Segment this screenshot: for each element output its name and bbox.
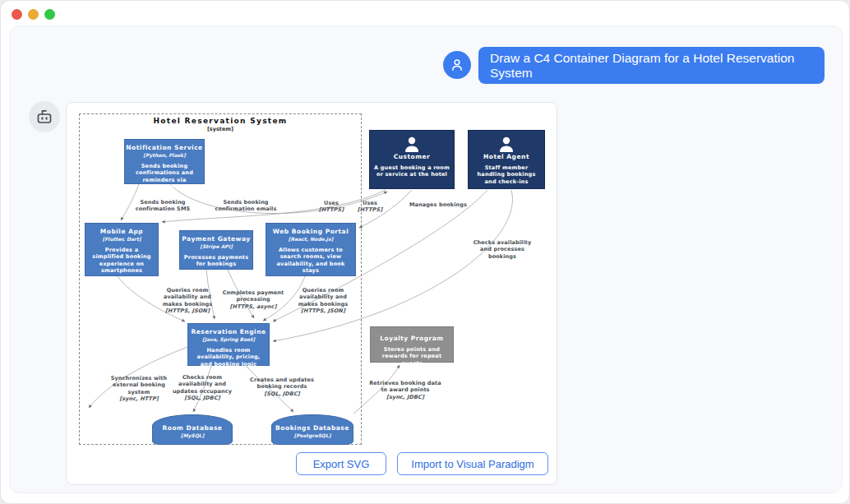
node-tech: [Stripe API] <box>200 243 232 249</box>
node-title: Mobile App <box>100 228 143 235</box>
node-title: Notification Service <box>126 144 202 151</box>
node-web-booking-portal[interactable]: Web Booking Portal [React, Node.js] Allo… <box>266 223 356 276</box>
assistant-avatar <box>29 101 60 132</box>
node-title: Room Database <box>163 424 223 432</box>
node-title: Hotel Agent <box>483 153 529 160</box>
node-description: Stores points and rewards for repeat gue… <box>371 346 453 367</box>
diagram-canvas[interactable]: Hotel Reservation System [system] <box>66 102 557 485</box>
node-hotel-agent[interactable]: Hotel Agent Staff member handling bookin… <box>468 130 545 189</box>
edge-label-synchronizes: Synchronizes with external booking syste… <box>108 375 170 403</box>
minimize-window-button[interactable] <box>28 9 39 20</box>
person-icon <box>403 136 421 153</box>
edge-label-sends-sms: Sends booking confirmation SMS <box>134 199 192 213</box>
system-boundary-title: Hotel Reservation System <box>79 117 362 125</box>
person-icon <box>497 136 515 153</box>
close-window-button[interactable] <box>12 9 22 20</box>
node-title: Payment Gateway <box>182 235 251 243</box>
node-description: Allows customers to search rooms, view a… <box>266 247 355 275</box>
node-description: Provides a simplified booking experience… <box>85 247 158 275</box>
node-description: Handles room availability, pricing, and … <box>188 347 269 368</box>
edge-label-queries-right: Queries room availability and makes book… <box>291 287 355 315</box>
edge-label-uses-1: Uses[HTTPS] <box>315 200 348 214</box>
node-tech: [React, Node.js] <box>289 236 333 242</box>
maximize-window-button[interactable] <box>44 9 55 20</box>
user-message-bubble: Draw a C4 Container Diagram for a Hotel … <box>478 47 825 84</box>
import-visual-paradigm-button[interactable]: Import to Visual Paradigm <box>397 452 548 475</box>
node-description: Processes payments for bookings <box>180 254 252 268</box>
node-title: Reservation Engine <box>191 328 266 335</box>
node-notification-service[interactable]: Notification Service [Python, Flask] Sen… <box>124 139 205 184</box>
node-reservation-engine[interactable]: Reservation Engine [Java, Spring Boot] H… <box>187 323 270 366</box>
node-description: A guest booking a room or service at the… <box>370 164 454 178</box>
node-tech: [Java, Spring Boot] <box>202 336 255 342</box>
node-tech: [PostgreSQL] <box>293 432 330 438</box>
edge-label-retrieves-booking: Retrieves booking data to award points[s… <box>367 380 443 400</box>
node-mobile-app[interactable]: Mobile App [Flutter, Dart] Provides a si… <box>85 223 159 276</box>
edge-label-completes-payment: Completes payment processing[HTTPS, asyn… <box>219 289 287 310</box>
node-title: Bookings Database <box>275 424 349 432</box>
node-bookings-database[interactable]: Bookings Database [PostgreSQL] <box>271 414 353 445</box>
node-room-database[interactable]: Room Database [MySQL] <box>152 414 233 445</box>
node-title: Customer <box>394 153 431 160</box>
user-message-text: Draw a C4 Container Diagram for a Hotel … <box>490 51 813 81</box>
edge-label-checks-room: Checks room availability and updates occ… <box>168 374 237 402</box>
edge-label-checks-availability: Checks availability and processes bookin… <box>469 239 535 260</box>
user-avatar <box>443 51 471 79</box>
node-tech: [Python, Flask] <box>143 152 186 158</box>
node-loyalty-program[interactable]: Loyalty Program Stores points and reward… <box>370 326 454 363</box>
app-window: Draw a C4 Container Diagram for a Hotel … <box>0 0 850 504</box>
node-title: Web Booking Portal <box>273 228 349 235</box>
node-customer[interactable]: Customer A guest booking a room or servi… <box>369 130 455 189</box>
export-svg-button[interactable]: Export SVG <box>296 452 386 475</box>
edge-label-sends-emails: Sends booking confirmation emails <box>215 199 277 213</box>
node-description: Sends booking confirmations and reminder… <box>125 163 204 191</box>
node-tech: [Flutter, Dart] <box>102 236 141 242</box>
robot-icon <box>35 107 54 127</box>
system-boundary-subtitle: [system] <box>79 126 362 132</box>
edge-label-manages-bookings: Manages bookings <box>400 201 476 208</box>
chat-panel: Draw a C4 Container Diagram for a Hotel … <box>9 25 843 493</box>
edge-label-queries-left: Queries room availability and makes book… <box>155 287 219 315</box>
node-title: Loyalty Program <box>380 335 443 342</box>
node-description: Staff member handling bookings and check… <box>469 164 544 185</box>
edge-label-creates-records: Creates and updates booking records[SQL,… <box>244 377 320 397</box>
node-tech: [MySQL] <box>181 432 205 438</box>
edge-label-uses-2: Uses[HTTPS] <box>353 200 386 214</box>
node-payment-gateway[interactable]: Payment Gateway [Stripe API] Processes p… <box>179 230 253 270</box>
person-icon <box>449 57 465 73</box>
